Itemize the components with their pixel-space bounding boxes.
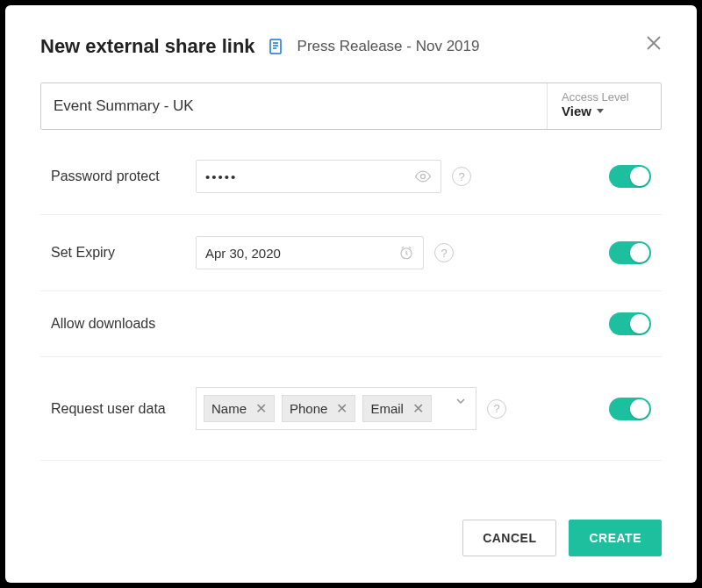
expiry-row: Set Expiry ? bbox=[40, 215, 662, 291]
tag-name: Name ✕ bbox=[204, 395, 275, 422]
password-toggle[interactable] bbox=[609, 165, 651, 188]
downloads-toggle[interactable] bbox=[609, 312, 651, 335]
chevron-down-icon bbox=[455, 395, 467, 411]
dialog-title: New external share link bbox=[40, 35, 255, 58]
caret-down-icon bbox=[597, 109, 604, 113]
downloads-label: Allow downloads bbox=[51, 316, 196, 332]
share-link-dialog: New external share link Press Realease -… bbox=[5, 5, 697, 583]
document-icon bbox=[268, 38, 285, 55]
settings-list: Password protect ? Set Expiry bbox=[40, 133, 662, 500]
dialog-footer: CANCEL CREATE bbox=[40, 500, 662, 556]
remove-tag-icon[interactable]: ✕ bbox=[255, 402, 267, 416]
userdata-toggle[interactable] bbox=[609, 398, 651, 420]
access-level-dropdown[interactable]: Access Level View bbox=[547, 83, 661, 129]
expiry-input-wrap bbox=[196, 236, 424, 269]
access-level-value: View bbox=[562, 104, 647, 118]
userdata-tag-input[interactable]: Name ✕ Phone ✕ Email ✕ bbox=[196, 387, 476, 430]
userdata-row: Request user data Name ✕ Phone ✕ E bbox=[40, 357, 662, 461]
help-icon[interactable]: ? bbox=[452, 167, 471, 186]
remove-tag-icon[interactable]: ✕ bbox=[336, 402, 347, 416]
tag-email: Email ✕ bbox=[362, 395, 432, 422]
cancel-button[interactable]: CANCEL bbox=[462, 520, 556, 556]
tag-phone: Phone ✕ bbox=[282, 395, 355, 422]
userdata-label: Request user data bbox=[51, 401, 196, 417]
downloads-row: Allow downloads bbox=[40, 291, 662, 357]
link-name-input[interactable] bbox=[41, 83, 547, 129]
password-input-wrap bbox=[196, 160, 441, 193]
expiry-label: Set Expiry bbox=[51, 245, 196, 261]
password-label: Password protect bbox=[51, 169, 196, 184]
access-level-label: Access Level bbox=[562, 90, 647, 104]
context-name: Press Realease - Nov 2019 bbox=[297, 38, 480, 55]
eye-icon[interactable] bbox=[414, 168, 432, 185]
password-input[interactable] bbox=[205, 169, 414, 184]
help-icon[interactable]: ? bbox=[487, 399, 506, 419]
remove-tag-icon[interactable]: ✕ bbox=[412, 402, 424, 416]
clock-icon[interactable] bbox=[398, 245, 414, 261]
svg-rect-0 bbox=[270, 39, 281, 54]
dialog-header: New external share link Press Realease -… bbox=[40, 35, 662, 58]
close-button[interactable] bbox=[642, 32, 665, 54]
create-button[interactable]: CREATE bbox=[569, 520, 662, 556]
password-row: Password protect ? bbox=[40, 133, 662, 215]
name-row: Access Level View bbox=[40, 82, 662, 130]
expiry-input[interactable] bbox=[205, 246, 398, 261]
help-icon[interactable]: ? bbox=[434, 243, 454, 262]
svg-point-4 bbox=[421, 175, 426, 179]
expiry-toggle[interactable] bbox=[609, 241, 651, 264]
